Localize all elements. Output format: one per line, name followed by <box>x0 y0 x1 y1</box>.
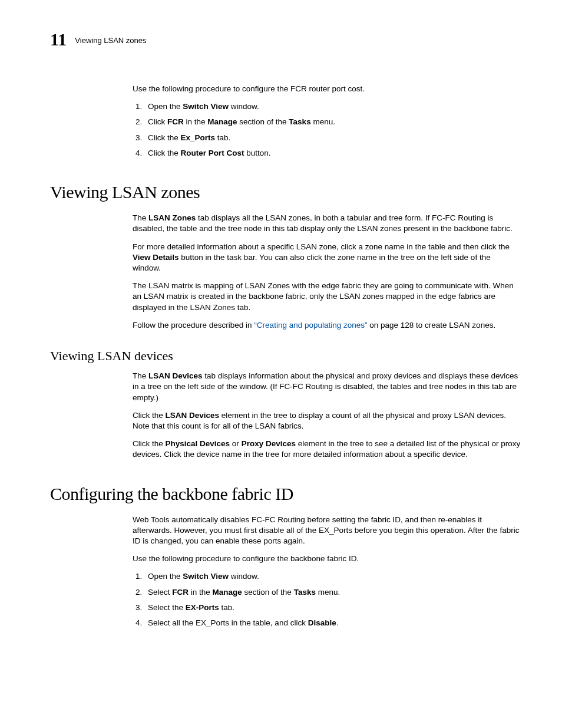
switch-view-label: Switch View <box>183 572 229 581</box>
text: menu. <box>316 588 340 597</box>
section2-body: Web Tools automatically disables FC-FC R… <box>133 515 521 629</box>
section1-body: The LSAN Zones tab displays all the LSAN… <box>133 213 521 331</box>
page: 11 Viewing LSAN zones Use the following … <box>0 0 562 728</box>
para: For more detailed information about a sp… <box>133 242 521 274</box>
subsection-heading-viewing-lsan-devices: Viewing LSAN devices <box>50 348 521 364</box>
para: The LSAN Devices tab displays informatio… <box>133 371 521 403</box>
lsan-devices-label: LSAN Devices <box>148 371 203 380</box>
step-2: Select FCR in the Manage section of the … <box>144 587 521 598</box>
text: or <box>230 439 242 448</box>
text: Click the <box>148 149 181 157</box>
section-heading-configuring-backbone-fabric-id: Configuring the backbone fabric ID <box>50 484 521 504</box>
text: menu. <box>311 117 335 126</box>
step-3: Click the Ex_Ports tab. <box>144 133 521 143</box>
text: tab. <box>219 603 234 612</box>
step-4: Click the Router Port Cost button. <box>144 148 521 159</box>
para: Click the Physical Devices or Proxy Devi… <box>133 439 521 460</box>
text: on page 128 to create LSAN zones. <box>368 321 496 330</box>
intro-steps: Open the Switch View window. Click FCR i… <box>133 101 521 159</box>
text: in the <box>189 588 213 597</box>
chapter-number: 11 <box>50 31 67 48</box>
section2-steps: Open the Switch View window. Select FCR … <box>133 571 521 628</box>
tasks-label: Tasks <box>294 588 316 597</box>
disable-label: Disable <box>308 618 336 627</box>
text: Open the <box>148 102 183 111</box>
para: Follow the procedure described in “Creat… <box>133 320 521 331</box>
running-head: 11 Viewing LSAN zones <box>50 31 521 48</box>
text: window. <box>229 102 259 111</box>
fcr-label: FCR <box>172 588 189 597</box>
intro-lead: Use the following procedure to configure… <box>133 84 521 94</box>
text: tab. <box>215 133 230 142</box>
ex-ports-label: Ex_Ports <box>181 133 216 142</box>
text: section of the <box>242 588 294 597</box>
text: window. <box>229 572 259 581</box>
text: Follow the procedure described in <box>133 321 254 330</box>
switch-view-label: Switch View <box>183 102 229 111</box>
lsan-devices-label: LSAN Devices <box>166 411 220 420</box>
view-details-label: View Details <box>133 253 179 262</box>
physical-devices-label: Physical Devices <box>166 439 230 448</box>
text: button. <box>244 149 271 157</box>
text: Open the <box>148 572 183 581</box>
text: Click the <box>133 439 166 448</box>
manage-label: Manage <box>213 588 242 597</box>
running-title: Viewing LSAN zones <box>75 36 146 45</box>
para: Use the following procedure to configure… <box>133 554 521 564</box>
lsan-zones-label: LSAN Zones <box>148 213 196 222</box>
proxy-devices-label: Proxy Devices <box>242 439 296 448</box>
step-1: Open the Switch View window. <box>144 101 521 112</box>
text: Select the <box>148 603 186 612</box>
router-port-cost-label: Router Port Cost <box>181 149 244 157</box>
step-2: Click FCR in the Manage section of the T… <box>144 117 521 127</box>
text: Select <box>148 588 172 597</box>
subsection1-body: The LSAN Devices tab displays informatio… <box>133 371 521 460</box>
text: The <box>133 371 148 380</box>
text: button in the task bar. You can also cli… <box>133 253 491 272</box>
ex-ports-label: EX-Ports <box>186 603 219 612</box>
text: Select all the EX_Ports in the table, an… <box>148 618 308 627</box>
text: For more detailed information about a sp… <box>133 242 510 251</box>
text: section of the <box>237 117 289 126</box>
text: . <box>336 618 339 627</box>
para: The LSAN Zones tab displays all the LSAN… <box>133 213 521 234</box>
step-1: Open the Switch View window. <box>144 571 521 582</box>
text: The <box>133 213 148 222</box>
section-heading-viewing-lsan-zones: Viewing LSAN zones <box>50 182 521 202</box>
manage-label: Manage <box>207 117 237 126</box>
para: Web Tools automatically disables FC-FC R… <box>133 515 521 547</box>
text: Click the <box>148 133 181 142</box>
text: Click <box>148 117 167 126</box>
link-creating-populating-zones[interactable]: “Creating and populating zones” <box>254 321 367 330</box>
para: Click the LSAN Devices element in the tr… <box>133 410 521 431</box>
para: The LSAN matrix is mapping of LSAN Zones… <box>133 281 521 313</box>
fcr-label: FCR <box>167 117 184 126</box>
step-3: Select the EX-Ports tab. <box>144 602 521 613</box>
intro-block: Use the following procedure to configure… <box>133 84 521 159</box>
text: in the <box>184 117 208 126</box>
step-4: Select all the EX_Ports in the table, an… <box>144 618 521 628</box>
text: Click the <box>133 411 166 420</box>
tasks-label: Tasks <box>289 117 310 126</box>
